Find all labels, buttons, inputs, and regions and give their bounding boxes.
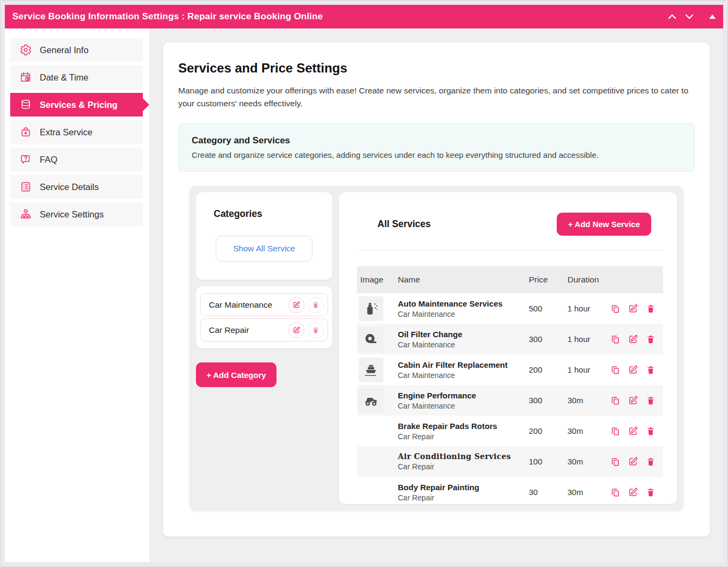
service-category: Car Repair [398, 432, 529, 441]
edit-icon [293, 326, 300, 334]
copy-icon[interactable] [610, 335, 620, 344]
trash-icon[interactable] [646, 304, 656, 314]
gear-icon [20, 44, 32, 56]
bag-plus-icon [20, 126, 32, 138]
service-duration: 30m [567, 385, 610, 416]
edit-icon[interactable] [628, 396, 638, 405]
edit-category-button[interactable] [288, 297, 304, 313]
sidebar-item-extra-service[interactable]: Extra Service [10, 120, 143, 144]
edit-icon [293, 301, 300, 309]
delete-category-button[interactable] [308, 297, 324, 313]
services-card: All Services + Add New Service Image Nam… [339, 192, 677, 504]
copy-icon[interactable] [610, 396, 620, 405]
sidebar: General Info Date & Time Services & Pric… [5, 28, 149, 562]
service-category: Car Repair [398, 462, 529, 471]
service-row: Auto Maintenance Services Car Maintenanc… [357, 293, 663, 324]
edit-icon[interactable] [628, 304, 638, 314]
edit-icon[interactable] [628, 426, 638, 436]
edit-icon[interactable] [628, 488, 638, 497]
service-row: Engine Performance Car Maintenance 300 3… [357, 385, 663, 416]
trash-icon [312, 301, 319, 309]
service-name: Engine Performance [398, 391, 529, 400]
service-duration: 30m [567, 416, 610, 446]
service-duration: 30m [567, 446, 610, 477]
copy-icon[interactable] [610, 365, 620, 375]
sidebar-item-general-info[interactable]: General Info [10, 38, 143, 62]
sidebar-item-label: FAQ [40, 155, 57, 165]
trash-icon[interactable] [646, 426, 656, 436]
category-row[interactable]: Car Repair [200, 318, 328, 341]
sidebar-item-label: General Info [40, 45, 89, 55]
settings-card: Services and Price Settings Manage and c… [163, 42, 710, 536]
copy-icon[interactable] [610, 488, 620, 497]
trash-icon[interactable] [646, 335, 656, 344]
coins-icon [20, 99, 32, 111]
chat-question-icon [20, 154, 32, 165]
delete-category-button[interactable] [308, 322, 324, 338]
sidebar-item-faq[interactable]: FAQ [10, 148, 143, 171]
col-actions [610, 266, 663, 293]
copy-icon[interactable] [610, 457, 620, 467]
service-duration: 1 hour [567, 324, 610, 354]
col-duration: Duration [567, 266, 610, 293]
col-price: Price [529, 266, 567, 293]
sidebar-item-label: Service Details [40, 182, 99, 192]
category-services-panel: Categories Show All Service Car Maintena… [190, 186, 683, 511]
tape-roll-icon [363, 331, 379, 347]
add-new-service-button[interactable]: + Add New Service [557, 213, 651, 236]
sidebar-item-label: Services & Pricing [40, 100, 118, 110]
category-row[interactable]: Car Maintenance [200, 293, 328, 316]
ship-icon [363, 362, 379, 378]
monster-truck-icon [363, 392, 379, 409]
service-image [359, 296, 383, 321]
service-duration: 30m [567, 477, 610, 507]
sidebar-item-services-pricing[interactable]: Services & Pricing [10, 93, 143, 117]
copy-icon[interactable] [610, 304, 620, 314]
service-duration: 1 hour [567, 293, 610, 324]
table-header-row: Image Name Price Duration [357, 266, 663, 293]
service-price: 30 [529, 477, 567, 507]
collapse-down-icon[interactable] [683, 11, 695, 23]
collapse-up-icon[interactable] [666, 11, 678, 23]
service-name: Oil Filter Change [398, 330, 529, 339]
edit-icon[interactable] [628, 335, 638, 344]
add-category-button[interactable]: + Add Category [196, 362, 276, 387]
trash-icon[interactable] [646, 365, 656, 375]
service-duration: 1 hour [567, 354, 610, 385]
sidebar-item-date-time[interactable]: Date & Time [10, 66, 143, 89]
scroll-up-arrow-icon[interactable] [709, 14, 716, 19]
services-table: Image Name Price Duration [357, 266, 663, 507]
trash-icon[interactable] [646, 488, 656, 497]
sidebar-item-service-details[interactable]: Service Details [10, 175, 143, 199]
category-name: Car Maintenance [209, 300, 285, 310]
trash-icon[interactable] [646, 396, 656, 405]
trash-icon[interactable] [646, 457, 656, 467]
copy-icon[interactable] [610, 426, 620, 436]
sidebar-item-label: Date & Time [40, 72, 89, 83]
all-services-title: All Services [377, 219, 431, 230]
page-description: Manage and customize your offerings with… [178, 84, 695, 110]
service-image [359, 327, 383, 352]
service-price: 500 [529, 293, 567, 324]
service-name: Cabin Air Filter Replacement [398, 360, 529, 369]
window-frame: Service Booking Information Settings : R… [0, 0, 728, 567]
service-image [359, 358, 383, 382]
banner-title: Category and Services [192, 135, 681, 146]
edit-icon[interactable] [628, 457, 638, 467]
edit-icon[interactable] [628, 365, 638, 375]
edit-category-button[interactable] [288, 322, 304, 338]
service-row: Oil Filter Change Car Maintenance 300 1 … [357, 324, 663, 354]
banner-subtitle: Create and organize service categories, … [192, 150, 681, 159]
header-title: Service Booking Information Settings : R… [12, 11, 323, 22]
sidebar-item-service-settings[interactable]: Service Settings [10, 202, 143, 226]
service-name: Air Conditioning Services [398, 452, 529, 461]
service-category: Car Maintenance [398, 340, 529, 349]
service-name: Auto Maintenance Services [398, 299, 529, 308]
service-name: Body Repair Painting [398, 483, 529, 492]
show-all-service-button[interactable]: Show All Service [216, 236, 312, 261]
service-image [359, 388, 383, 413]
categories-title: Categories [196, 208, 332, 220]
service-category: Car Maintenance [398, 402, 529, 410]
service-row: Body Repair Painting Car Repair 30 30m [357, 477, 663, 507]
service-category: Car Repair [398, 493, 529, 502]
